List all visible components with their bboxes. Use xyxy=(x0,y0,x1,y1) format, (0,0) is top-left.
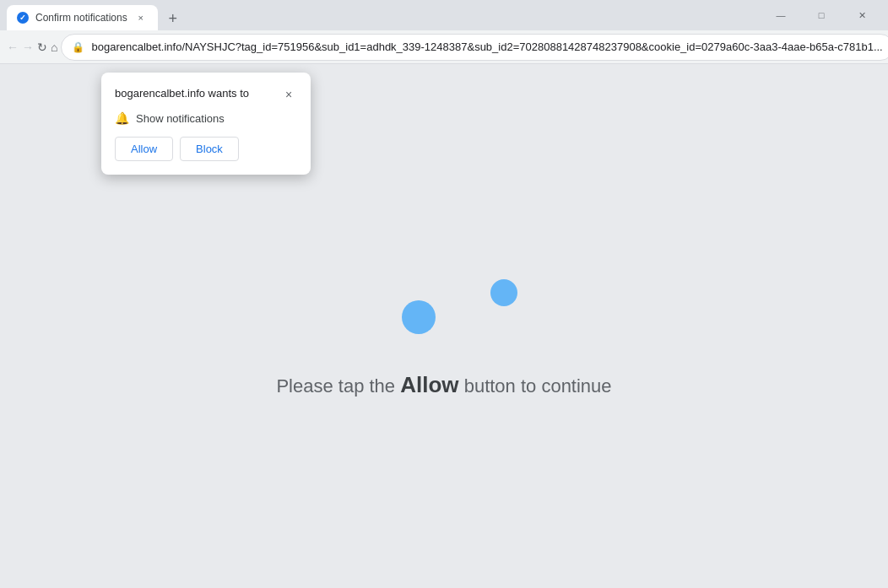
bubble-2 xyxy=(490,279,517,306)
notification-popup: bogarencalbet.info wants to × 🔔 Show not… xyxy=(101,73,311,175)
new-tab-button[interactable]: + xyxy=(161,7,185,30)
page-message: Please tap the Allow button to continue xyxy=(276,372,611,398)
lock-icon: 🔒 xyxy=(72,41,84,53)
minimize-button[interactable]: — xyxy=(761,0,800,30)
popup-notification-text: Show notifications xyxy=(136,112,225,125)
maximize-button[interactable]: □ xyxy=(802,0,841,30)
tab-close-button[interactable]: × xyxy=(134,11,148,24)
active-tab[interactable]: Confirm notifications × xyxy=(7,5,158,30)
allow-button[interactable]: Allow xyxy=(115,137,173,161)
message-allow: Allow xyxy=(400,372,458,397)
tab-bar: Confirm notifications × + xyxy=(7,0,755,30)
bubble-1 xyxy=(402,300,436,334)
tab-favicon xyxy=(17,12,29,24)
popup-close-button[interactable]: × xyxy=(280,86,297,103)
address-bar[interactable]: 🔒 bogarencalbet.info/NAYSHJC?tag_id=7519… xyxy=(61,34,888,61)
close-button[interactable]: ✕ xyxy=(842,0,881,30)
address-text: bogarencalbet.info/NAYSHJC?tag_id=751956… xyxy=(91,40,882,53)
window-controls: — □ ✕ xyxy=(761,0,881,30)
popup-header: bogarencalbet.info wants to × xyxy=(115,86,297,103)
block-button[interactable]: Block xyxy=(180,137,239,161)
nav-bar: ← → ↻ ⌂ 🔒 bogarencalbet.info/NAYSHJC?tag… xyxy=(0,30,888,64)
home-button[interactable]: ⌂ xyxy=(51,35,57,59)
bell-icon: 🔔 xyxy=(115,111,129,125)
bubbles-area xyxy=(317,254,571,355)
browser-window: Confirm notifications × + — □ ✕ ← → ↻ ⌂ … xyxy=(0,0,888,588)
message-suffix: button to continue xyxy=(459,375,612,396)
message-prefix: Please tap the xyxy=(276,375,400,396)
back-button[interactable]: ← xyxy=(7,35,19,59)
forward-button[interactable]: → xyxy=(22,35,34,59)
page-content: bogarencalbet.info wants to × 🔔 Show not… xyxy=(0,64,888,588)
tab-title: Confirm notifications xyxy=(35,12,127,24)
popup-title: bogarencalbet.info wants to xyxy=(115,86,249,101)
refresh-button[interactable]: ↻ xyxy=(37,35,47,59)
popup-buttons: Allow Block xyxy=(115,137,297,161)
popup-notification-row: 🔔 Show notifications xyxy=(115,111,297,125)
title-bar: Confirm notifications × + — □ ✕ xyxy=(0,0,888,30)
